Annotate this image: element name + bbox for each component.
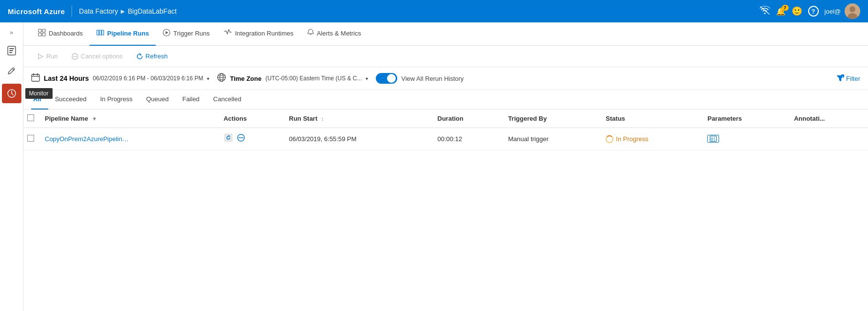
row-checkbox[interactable]: [27, 135, 34, 142]
svg-rect-10: [42, 29, 45, 32]
row-actions: [223, 133, 277, 145]
timezone-section: Time Zone (UTC-05:00) Eastern Time (US &…: [217, 73, 368, 84]
date-range-value: 06/02/2019 6:16 PM - 06/03/2019 6:16 PM: [93, 75, 203, 82]
pipeline-name-cell: CopyOnPrem2AzurePipelin…: [39, 128, 218, 150]
view-all-rerun-toggle[interactable]: [376, 73, 397, 84]
integration-runtimes-icon: [223, 29, 232, 37]
svg-text:|: |: [713, 137, 716, 141]
topbar-right: 🔔 7 🙂 ? joel@: [759, 3, 860, 19]
filter-button[interactable]: 3 Filter: [836, 74, 860, 82]
timezone-dropdown-icon[interactable]: ▾: [366, 76, 368, 81]
table-row: CopyOnPrem2AzurePipelin…: [23, 128, 868, 150]
status-tab-in-progress[interactable]: In Progress: [93, 90, 139, 110]
col-header-triggered-by: Triggered By: [502, 110, 600, 128]
svg-rect-7: [9, 52, 12, 53]
status-tab-failed[interactable]: Failed: [175, 90, 206, 110]
avatar[interactable]: [845, 3, 860, 19]
date-range-dropdown-icon[interactable]: ▾: [207, 76, 209, 81]
cancel-action-icon[interactable]: [236, 133, 246, 145]
status-tab-in-progress-label: In Progress: [100, 95, 132, 103]
pipeline-name-filter-icon[interactable]: ▼: [92, 116, 97, 122]
breadcrumb-arrow-icon: ▶: [121, 8, 125, 15]
col-header-duration: Duration: [432, 110, 502, 128]
status-cell: In Progress: [600, 128, 702, 150]
sidebar-item-author[interactable]: [2, 41, 21, 60]
svg-rect-14: [99, 30, 101, 35]
run-button[interactable]: Run: [31, 50, 64, 62]
svg-rect-13: [97, 30, 99, 35]
status-value: In Progress: [616, 135, 648, 143]
actions-cell: [218, 128, 283, 150]
timezone-value: (UTC-05:00) Eastern Time (US & C...: [265, 75, 362, 82]
status-in-progress: In Progress: [606, 135, 696, 143]
pipeline-name-value[interactable]: CopyOnPrem2AzurePipelin…: [45, 135, 129, 143]
pipeline-runs-table: Pipeline Name ▼ Actions Run Start ↕ Dura…: [23, 110, 868, 150]
table-header-row: Pipeline Name ▼ Actions Run Start ↕ Dura…: [23, 110, 868, 128]
parameters-cell: @ |: [702, 128, 788, 150]
tab-integration-runtimes-label: Integration Runtimes: [235, 30, 294, 37]
status-tab-queued[interactable]: Queued: [139, 90, 175, 110]
tab-trigger-runs[interactable]: Trigger Runs: [156, 22, 217, 46]
breadcrumb: Data Factory ▶ BigDataLabFact: [79, 7, 177, 15]
topbar: Microsoft Azure Data Factory ▶ BigDataLa…: [0, 0, 868, 22]
svg-rect-12: [42, 33, 45, 36]
run-start-sort-icon[interactable]: ↕: [321, 116, 324, 122]
notification-count: 7: [782, 5, 789, 11]
cancel-options-button[interactable]: Cancel options: [66, 50, 129, 62]
toggle-knob: [387, 74, 396, 83]
status-tab-cancelled[interactable]: Cancelled: [206, 90, 248, 110]
status-tab-queued-label: Queued: [146, 95, 168, 103]
help-icon[interactable]: ?: [808, 6, 819, 17]
date-range-section: Last 24 Hours 06/02/2019 6:16 PM - 06/03…: [31, 73, 209, 84]
status-tab-succeeded[interactable]: Succeeded: [48, 90, 93, 110]
parameters-icon[interactable]: @ |: [707, 135, 719, 143]
run-start-cell: 06/03/2019, 6:55:59 PM: [283, 128, 432, 150]
breadcrumb-part1[interactable]: Data Factory: [79, 7, 118, 15]
status-tab-succeeded-label: Succeeded: [55, 95, 87, 103]
svg-rect-32: [224, 134, 232, 142]
tab-pipeline-runs-label: Pipeline Runs: [107, 30, 149, 37]
status-tab-failed-label: Failed: [182, 95, 199, 103]
timezone-label: Time Zone: [230, 75, 261, 82]
svg-rect-11: [38, 33, 41, 36]
rerun-action-icon[interactable]: [223, 133, 233, 145]
user-section[interactable]: joel@: [825, 3, 860, 19]
brand-label: Microsoft Azure: [8, 7, 65, 16]
notification-bell-icon[interactable]: 🔔 7: [776, 7, 786, 16]
layout: » Monitor: [0, 22, 868, 311]
tab-integration-runtimes[interactable]: Integration Runtimes: [217, 22, 300, 46]
toggle-label: View All Rerun History: [401, 75, 463, 82]
row-checkbox-cell: [23, 128, 39, 150]
tab-dashboards[interactable]: Dashboards: [31, 22, 90, 46]
sidebar-item-monitor[interactable]: Monitor: [2, 84, 21, 103]
sidebar-item-edit[interactable]: [2, 62, 21, 82]
user-name: joel@: [825, 8, 841, 15]
col-header-pipeline-name: Pipeline Name ▼: [39, 110, 218, 128]
duration-cell: 00:00:12: [432, 128, 502, 150]
wifi-icon[interactable]: [759, 6, 770, 17]
status-spinner-icon: [606, 135, 613, 143]
col-header-run-start: Run Start ↕: [283, 110, 432, 128]
main-content: Dashboards Pipeline Runs: [23, 22, 868, 311]
feedback-icon[interactable]: 🙂: [792, 6, 802, 17]
svg-rect-15: [102, 30, 104, 35]
tab-dashboards-label: Dashboards: [49, 30, 83, 37]
tab-alerts-metrics[interactable]: Alerts & Metrics: [300, 22, 368, 46]
select-all-checkbox[interactable]: [27, 114, 34, 121]
calendar-icon: [31, 73, 40, 84]
tab-pipeline-runs[interactable]: Pipeline Runs: [90, 22, 156, 46]
toggle-section: View All Rerun History: [376, 73, 463, 84]
tab-trigger-runs-label: Trigger Runs: [173, 30, 210, 37]
triggered-by-cell: Manual trigger: [502, 128, 600, 150]
col-header-status: Status: [600, 110, 702, 128]
svg-rect-6: [9, 50, 13, 51]
toolbar: Run Cancel options Refresh: [23, 46, 868, 67]
date-range-label: Last 24 Hours: [44, 74, 89, 82]
cancel-options-button-label: Cancel options: [81, 53, 123, 60]
sidebar-collapse-button[interactable]: »: [7, 26, 16, 39]
col-header-annotations: Annotati...: [788, 110, 868, 128]
globe-icon: [217, 73, 226, 84]
breadcrumb-part2[interactable]: BigDataLabFact: [128, 7, 176, 15]
svg-rect-20: [32, 74, 39, 81]
refresh-button[interactable]: Refresh: [130, 50, 174, 62]
